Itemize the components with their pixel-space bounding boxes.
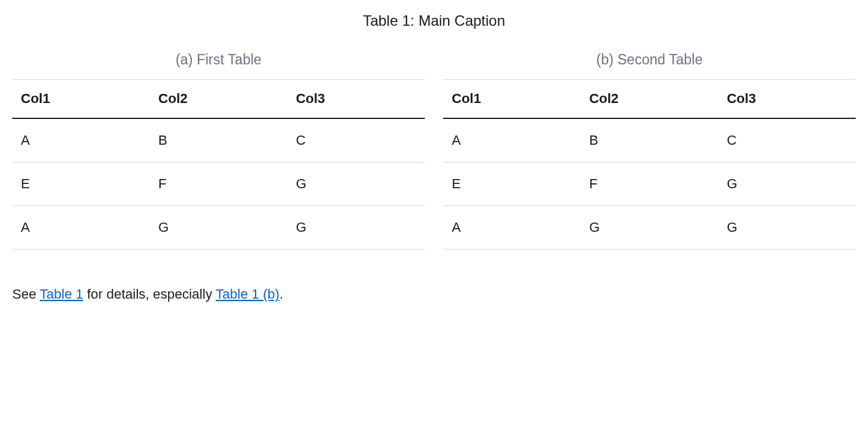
- subtable-b-caption: (b) Second Table: [443, 52, 856, 68]
- table-cell: G: [718, 162, 856, 206]
- footnote-text: .: [280, 286, 283, 302]
- tables-row: (a) First Table Col1 Col2 Col3 A B C E F: [12, 52, 856, 250]
- subtable-a: (a) First Table Col1 Col2 Col3 A B C E F: [12, 52, 425, 250]
- table-b: Col1 Col2 Col3 A B C E F G A G: [443, 79, 856, 250]
- footnote: See Table 1 for details, especially Tabl…: [12, 286, 856, 302]
- table-row: A B C: [443, 118, 856, 162]
- table-b-header: Col1: [443, 80, 581, 119]
- table-row: E F G: [443, 162, 856, 206]
- footnote-text: See: [12, 286, 40, 302]
- table-cell: C: [287, 118, 425, 162]
- footnote-text: for details, especially: [83, 286, 216, 302]
- link-table-1-b[interactable]: Table 1 (b): [216, 286, 280, 302]
- table-a-header: Col1: [12, 80, 150, 119]
- table-cell: C: [718, 118, 856, 162]
- table-b-header-row: Col1 Col2 Col3: [443, 80, 856, 119]
- link-table-1[interactable]: Table 1: [40, 286, 83, 302]
- main-caption: Table 1: Main Caption: [12, 12, 856, 29]
- table-cell: A: [443, 206, 581, 250]
- table-cell: F: [581, 162, 718, 206]
- table-row: E F G: [12, 162, 425, 206]
- table-a: Col1 Col2 Col3 A B C E F G A G: [12, 79, 425, 250]
- table-a-header-row: Col1 Col2 Col3: [12, 80, 425, 119]
- table-cell: E: [443, 162, 581, 206]
- table-b-header: Col3: [718, 80, 856, 119]
- table-a-header: Col2: [150, 80, 287, 119]
- table-a-header: Col3: [287, 80, 425, 119]
- table-cell: A: [12, 206, 150, 250]
- table-cell: F: [150, 162, 287, 206]
- table-cell: A: [12, 118, 150, 162]
- subtable-a-caption: (a) First Table: [12, 52, 425, 68]
- table-cell: A: [443, 118, 581, 162]
- table-cell: G: [287, 206, 425, 250]
- table-row: A G G: [443, 206, 856, 250]
- table-cell: B: [581, 118, 718, 162]
- table-cell: G: [287, 162, 425, 206]
- table-cell: G: [581, 206, 718, 250]
- table-cell: G: [150, 206, 287, 250]
- table-row: A G G: [12, 206, 425, 250]
- table-cell: B: [150, 118, 287, 162]
- table-row: A B C: [12, 118, 425, 162]
- table-b-header: Col2: [581, 80, 718, 119]
- table-cell: G: [718, 206, 856, 250]
- table-cell: E: [12, 162, 150, 206]
- subtable-b: (b) Second Table Col1 Col2 Col3 A B C E …: [443, 52, 856, 250]
